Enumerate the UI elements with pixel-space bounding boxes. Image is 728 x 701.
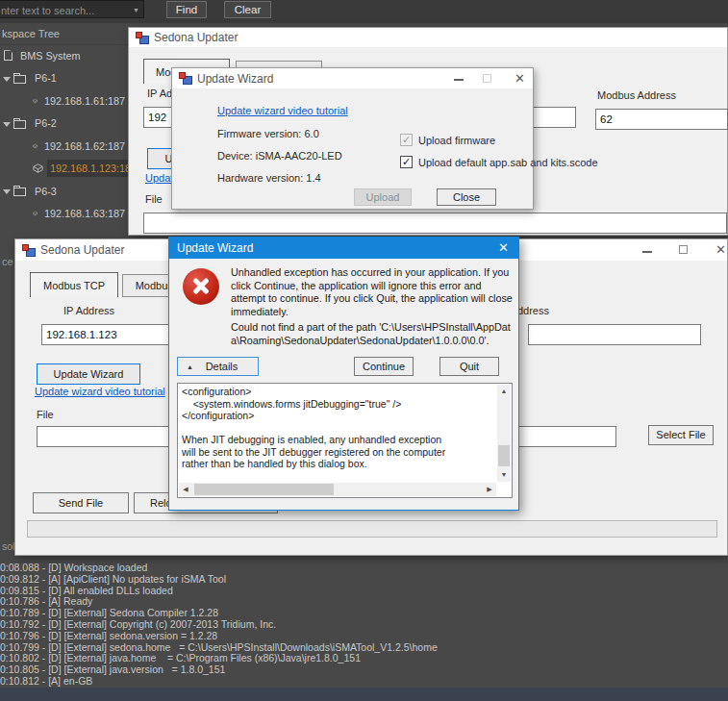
tree-item-device[interactable]: 192.168.1.61:187 [0, 89, 128, 113]
tree-item-bms-system[interactable]: BMS System [0, 44, 128, 67]
update-wizard-tutorial-link[interactable]: Update wizard video tutorial [217, 105, 348, 116]
continue-button[interactable]: Continue [354, 357, 414, 376]
error-icon [183, 268, 219, 305]
close-icon[interactable]: ✕ [715, 242, 726, 257]
ip-address-label: IP Address [63, 305, 114, 316]
scrollbar-thumb[interactable] [498, 445, 510, 466]
expand-arrow-icon[interactable] [3, 122, 11, 127]
expand-arrow-icon[interactable] [3, 189, 11, 194]
file-label: File [37, 409, 54, 420]
search-box[interactable]: ▼ [0, 0, 144, 18]
checkbox-checked-disabled-icon: ✓ [400, 134, 413, 146]
workspace-tree-header: kspace Tree [0, 23, 128, 45]
device-cube-icon [33, 95, 38, 107]
window-titlebar[interactable]: Sedona Updater [129, 28, 727, 47]
horizontal-scrollbar[interactable]: ◀ ▶ [179, 483, 496, 496]
update-wizard-dialog: Update Wizard ✕ Update wizard video tuto… [171, 67, 534, 210]
tree-item-device[interactable]: 192.168.1.62:187 [0, 135, 128, 158]
window-title: Sedona Updater [154, 31, 238, 44]
dialog-titlebar[interactable]: Update Wizard [172, 68, 533, 88]
details-button[interactable]: ▲ Details [177, 357, 259, 376]
log-line: 0:10.796 - [D] [External] sedona.version… [0, 631, 728, 642]
device-text: Device: iSMA-AAC20-LED [217, 150, 342, 162]
top-toolbar: ▼ Find Clear [0, 0, 728, 23]
app-icon [22, 244, 36, 257]
upload-firmware-checkbox[interactable]: ✓ Upload firmware [400, 134, 495, 146]
file-field[interactable] [143, 213, 727, 234]
close-icon[interactable]: ✕ [515, 71, 525, 86]
exception-message: Unhandled exception has occurred in your… [231, 266, 515, 318]
chevron-down-icon[interactable]: ▼ [133, 7, 139, 13]
scroll-left-icon[interactable]: ◀ [179, 483, 192, 496]
tree-item-folder-p6-2[interactable]: P6-2 [0, 113, 128, 136]
tab-modbus-tcp[interactable]: Modbus TCP [30, 272, 118, 297]
clipped-text-fragment: ce [2, 256, 13, 267]
console-tab-fragment: sol [2, 540, 14, 552]
log-line: 0:10.792 - [D] [External] Copyright (c) … [0, 619, 728, 631]
unhandled-exception-dialog: Update Wizard ✕ Unhandled exception has … [168, 237, 519, 511]
firmware-version-text: Firmware version: 6.0 [217, 128, 319, 139]
bottom-status-bar [0, 688, 728, 701]
tree-item-folder-p6-3[interactable]: P6-3 [0, 180, 128, 203]
log-line: 0:10.805 - [D] [External] java.version =… [0, 664, 728, 676]
find-button[interactable]: Find [166, 1, 207, 18]
send-file-button[interactable]: Send File [33, 492, 129, 513]
device-cube-icon [33, 163, 43, 174]
select-file-button[interactable]: Select File [648, 425, 714, 445]
scrollbar-thumb[interactable] [194, 484, 334, 495]
maximize-icon [483, 74, 491, 83]
hardware-version-text: Hardware version: 1.4 [217, 172, 321, 184]
folder-icon [13, 75, 26, 84]
dialog-titlebar[interactable]: Update Wizard ✕ [169, 238, 518, 259]
app-icon [179, 72, 192, 85]
minimize-icon[interactable] [454, 79, 464, 81]
upload-default-app-checkbox[interactable]: ✓ Upload default app.sab and kits.scode [400, 156, 598, 168]
log-line: 0:09.812 - [A] [ApiClient] No updates fo… [0, 574, 728, 586]
window-title: Sedona Updater [40, 243, 124, 257]
app-icon [136, 32, 149, 44]
triangle-up-icon: ▲ [187, 363, 193, 370]
clear-button[interactable]: Clear [224, 1, 271, 18]
details-text: <configuration> <system.windows.forms ji… [182, 386, 494, 480]
device-cube-icon [33, 208, 38, 219]
file-label: File [145, 193, 163, 205]
checkbox-checked-icon[interactable]: ✓ [400, 156, 413, 168]
update-wizard-tutorial-link[interactable]: Update wizard video tutorial [35, 386, 165, 397]
update-wizard-button[interactable]: Update Wizard [37, 363, 140, 385]
tree-item-device-selected[interactable]: 192.168.1.123:18 [0, 158, 128, 181]
log-line: 0:10.812 - [A] en-GB [0, 676, 728, 688]
log-line: 0:09.815 - [D] All enabled DLLs loaded [0, 586, 728, 597]
modbus-address-field[interactable] [528, 324, 701, 345]
expand-arrow-icon[interactable] [3, 77, 11, 82]
close-button[interactable]: Close [437, 188, 496, 206]
modbus-address-label: Modbus Address [597, 89, 676, 101]
exception-path-message: Could not find a part of the path 'C:\Us… [231, 321, 515, 347]
device-cube-icon [33, 140, 38, 152]
upload-button: Upload [354, 188, 412, 206]
tree-item-folder-p6-1[interactable]: P6-1 [0, 67, 128, 90]
tree-item-device[interactable]: 192.168.1.63:187 [0, 203, 128, 226]
maximize-icon[interactable] [679, 245, 688, 254]
minimize-icon[interactable] [642, 251, 652, 253]
quit-button[interactable]: Quit [439, 357, 499, 376]
workspace-tree: BMS System P6-1 192.168.1.61:187 P6-2 19… [0, 44, 128, 225]
dialog-title: Update Wizard [177, 241, 253, 255]
scroll-down-icon[interactable]: ▼ [497, 468, 511, 482]
scroll-up-icon[interactable]: ▲ [497, 385, 511, 398]
scroll-right-icon[interactable]: ▶ [483, 483, 496, 496]
console-log[interactable]: 0:08.088 - [D] Workspace loaded 0:09.812… [0, 563, 728, 688]
vertical-scrollbar[interactable]: ▲ ▼ [497, 385, 511, 482]
modbus-address-field[interactable] [595, 109, 728, 130]
search-input[interactable] [0, 2, 124, 18]
dialog-title: Update Wizard [197, 72, 273, 86]
details-textarea[interactable]: <configuration> <system.windows.forms ji… [177, 383, 513, 498]
folder-icon [13, 188, 26, 196]
progress-bar [27, 520, 717, 538]
close-icon[interactable]: ✕ [498, 238, 509, 259]
document-icon [4, 50, 13, 61]
folder-icon [13, 120, 26, 129]
